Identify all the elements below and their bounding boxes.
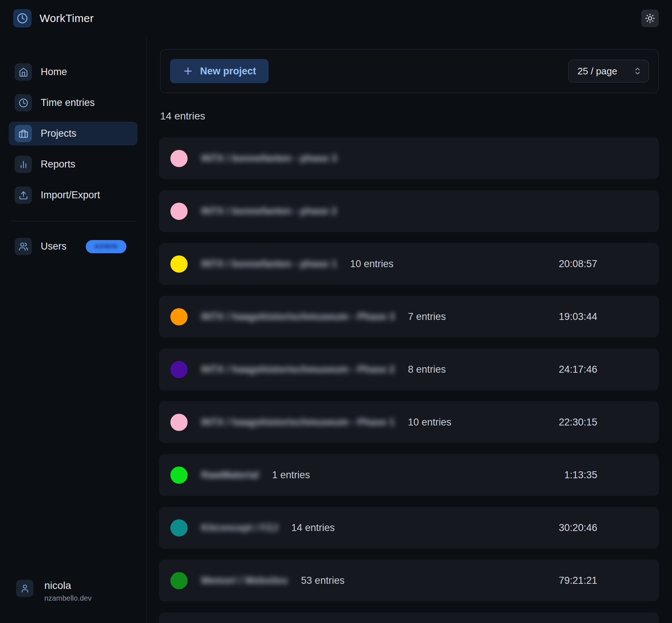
clock-logo-icon: [17, 13, 28, 24]
project-entries-count: 7 entries: [408, 311, 446, 322]
project-entries-count: 10 entries: [350, 258, 394, 270]
project-total-time: 79:21:21: [559, 575, 597, 586]
sidebar-item-time-entries[interactable]: Time entries: [9, 91, 137, 115]
project-total-time: 19:03:44: [559, 311, 597, 322]
chevrons-up-down-icon: [633, 67, 642, 75]
project-settings-button[interactable]: [624, 574, 638, 587]
sidebar-divider: [10, 221, 136, 221]
sidebar-item-users[interactable]: Users ADMIN: [9, 235, 137, 258]
new-project-button[interactable]: New project: [170, 59, 269, 83]
project-name: INTX / haagshistorischmuseum - Phase 3: [201, 311, 395, 322]
projects-toolbar: New project 25 / page: [160, 49, 659, 93]
project-settings-button[interactable]: [624, 521, 638, 534]
project-settings-button[interactable]: [624, 416, 638, 429]
chart-icon: [15, 156, 32, 173]
project-total-time: 30:20:46: [559, 522, 597, 534]
sidebar-item-projects[interactable]: Projects: [9, 122, 137, 145]
project-color-dot: [170, 572, 188, 589]
user-name: nicola: [44, 580, 92, 591]
app-logo: [13, 9, 32, 27]
project-row[interactable]: INTX / bonnefanten - phase 1 10 entries …: [159, 243, 659, 285]
sidebar-item-import-export[interactable]: Import/Export: [9, 183, 137, 207]
project-color-dot: [170, 203, 188, 220]
project-name: INTX / bonnefanten - phase 2: [201, 206, 337, 217]
person-icon: [20, 584, 30, 593]
project-name: INTX / haagshistorischmuseum - Phase 1: [201, 417, 395, 428]
project-settings-button[interactable]: [624, 363, 638, 376]
project-color-dot: [170, 361, 188, 378]
theme-toggle-button[interactable]: [641, 10, 659, 27]
project-total-time: 1:13:35: [564, 469, 597, 481]
project-row[interactable]: INTX / bonnefanten - phase 3: [159, 137, 659, 179]
avatar: [16, 580, 33, 597]
project-entries-count: 10 entries: [408, 417, 451, 428]
user-profile[interactable]: nicola nzambello.dev: [16, 580, 92, 602]
upload-icon: [15, 187, 32, 204]
topbar: WorkTimer: [0, 0, 672, 37]
project-settings-button[interactable]: [624, 468, 638, 482]
users-icon: [15, 238, 32, 255]
page-size-select[interactable]: 25 / page: [568, 60, 649, 82]
sidebar-item-reports[interactable]: Reports: [9, 152, 137, 176]
project-color-dot: [170, 519, 188, 537]
project-color-dot: [170, 308, 188, 325]
sidebar-nav: Home Time entries Projects Reports Impor…: [9, 60, 137, 207]
project-row[interactable]: RawMaterial 1 entries 1:13:35: [159, 454, 659, 496]
plus-icon: [182, 66, 193, 77]
project-settings-button[interactable]: [624, 310, 638, 323]
project-name: Kitconcept / FZJ: [201, 522, 278, 534]
project-name: RawMaterial: [201, 469, 259, 481]
project-entries-count: 8 entries: [408, 364, 446, 375]
sun-icon: [645, 13, 655, 23]
project-name: INTX / haagshistorischmuseum - Phase 2: [201, 364, 395, 375]
project-row[interactable]: INTX / haagshistorischmuseum - Phase 2 8…: [159, 349, 659, 390]
project-color-dot: [170, 414, 188, 431]
entries-count: 14 entries: [160, 110, 205, 122]
user-email: nzambello.dev: [44, 594, 92, 602]
project-entries-count: 53 entries: [301, 575, 345, 586]
briefcase-icon: [15, 125, 32, 142]
users-label: Users: [41, 241, 67, 252]
project-name: INTX / bonnefanten - phase 1: [201, 258, 337, 270]
project-color-dot: [170, 467, 188, 484]
home-icon: [15, 63, 32, 81]
project-row[interactable]: [159, 612, 659, 623]
project-row[interactable]: Memori / Websites 53 entries 79:21:21: [159, 560, 659, 601]
project-settings-button[interactable]: [624, 152, 638, 165]
project-entries-count: 14 entries: [291, 522, 335, 534]
app-title: WorkTimer: [40, 12, 94, 25]
project-name: Memori / Websites: [201, 575, 288, 586]
project-settings-button[interactable]: [624, 204, 638, 218]
project-row[interactable]: INTX / haagshistorischmuseum - Phase 3 7…: [159, 296, 659, 338]
clock-icon: [15, 94, 32, 111]
sidebar: Home Time entries Projects Reports Impor…: [0, 37, 147, 623]
project-color-dot: [170, 255, 188, 273]
admin-badge: ADMIN: [86, 240, 126, 253]
project-color-dot: [170, 150, 188, 167]
project-entries-count: 1 entries: [272, 469, 310, 481]
project-total-time: 20:08:57: [559, 258, 597, 270]
project-row[interactable]: INTX / bonnefanten - phase 2: [159, 190, 659, 232]
project-name: INTX / bonnefanten - phase 3: [201, 153, 337, 164]
projects-list: INTX / bonnefanten - phase 3 INTX / bonn…: [159, 137, 659, 623]
sidebar-item-home[interactable]: Home: [9, 60, 137, 84]
project-total-time: 24:17:46: [559, 364, 597, 375]
project-total-time: 22:30:15: [559, 417, 597, 428]
project-row[interactable]: Kitconcept / FZJ 14 entries 30:20:46: [159, 507, 659, 549]
project-settings-button[interactable]: [624, 257, 638, 270]
project-row[interactable]: INTX / haagshistorischmuseum - Phase 1 1…: [159, 401, 659, 443]
